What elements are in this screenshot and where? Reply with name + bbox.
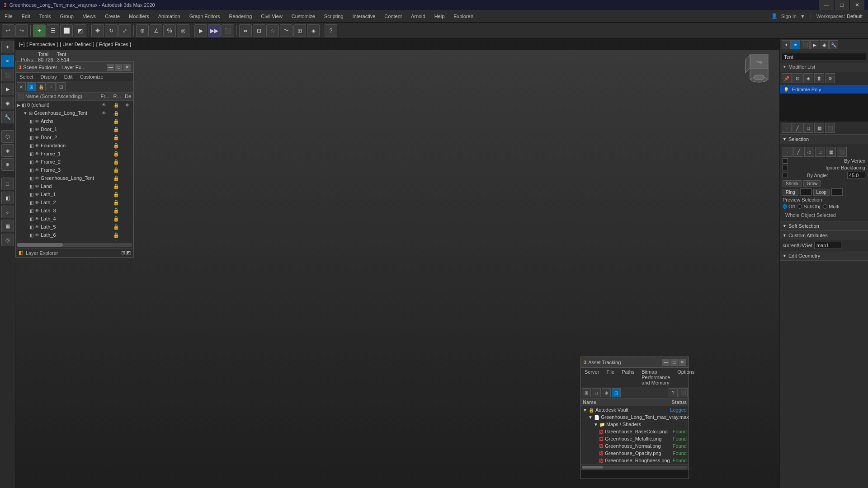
freeze-icon[interactable]: ❄	[125, 103, 129, 108]
active-viewport-button[interactable]: ⬛	[222, 24, 234, 37]
se-sort-icon[interactable]: ⬛	[18, 94, 24, 99]
visibility-icon[interactable]: 👁	[102, 103, 106, 108]
at-restore-button[interactable]: □	[670, 359, 678, 366]
menu-customize[interactable]: Customize	[287, 12, 320, 21]
move-button[interactable]: ✥	[91, 24, 104, 37]
angle-input[interactable]	[847, 172, 865, 179]
vertex-select-button[interactable]: ·	[782, 123, 792, 133]
scroll-thumb[interactable]	[17, 243, 63, 247]
se-lock-button[interactable]: 🔒	[37, 82, 46, 91]
se-menu-edit[interactable]: Edit	[61, 73, 76, 81]
at-expand-button[interactable]: ⬛	[679, 388, 688, 397]
menu-views[interactable]: Views	[78, 12, 100, 21]
modifier-list-header[interactable]: Modifier List	[780, 63, 868, 71]
radio-multi[interactable]: Multi	[823, 204, 839, 209]
rn-icon[interactable]: 🔒	[113, 192, 119, 197]
hierarchy-tab[interactable]: ⬛	[1, 69, 14, 81]
uvset-input[interactable]	[814, 242, 841, 249]
rn-icon[interactable]: 🔒	[113, 118, 119, 124]
se-item-land[interactable]: ◧👁Land 🔒	[16, 182, 133, 190]
visibility-icon[interactable]: 👁	[102, 111, 106, 116]
se-hierarchy-button[interactable]: ⊞	[27, 82, 36, 91]
at-tool-2[interactable]: □	[592, 388, 601, 397]
at-menu-paths[interactable]: Paths	[618, 368, 638, 387]
edge-select-button[interactable]: ╱	[793, 123, 802, 133]
menu-rendering[interactable]: Rendering	[225, 12, 257, 21]
se-item-frame1[interactable]: ◧👁Frame_1 🔒	[16, 150, 133, 158]
select-region-button[interactable]: ⬜	[60, 24, 73, 37]
mirror-button[interactable]: ⇔	[239, 24, 252, 37]
ring-button[interactable]: Ring	[783, 189, 798, 196]
menu-edit[interactable]: Edit	[17, 12, 35, 21]
at-menu-server[interactable]: Server	[581, 368, 603, 387]
asset-tracking-content[interactable]: ▼ 🔒 Autodesk Vault Logged ▼ 📄 Greenhouse…	[581, 406, 689, 464]
scene-explorer-content[interactable]: ▶ ◧ 0 (default) 👁 🔒 ❄ ▼ ⊞ Greenhouse_Lon…	[16, 101, 133, 241]
se-item-foundation[interactable]: ◧👁Foundation 🔒	[16, 141, 133, 150]
undo-button[interactable]: ↩	[2, 24, 14, 37]
se-minimize-button[interactable]: —	[107, 64, 114, 71]
se-delete-button[interactable]: ✕	[17, 82, 26, 91]
object-name-input[interactable]	[782, 53, 866, 61]
ring-value-input[interactable]	[800, 188, 811, 196]
rn-icon[interactable]: 🔒	[113, 143, 119, 148]
se-item-layer-0[interactable]: ▶ ◧ 0 (default) 👁 🔒 ❄	[16, 101, 133, 109]
utils-panel-icon[interactable]: 🔧	[829, 40, 838, 49]
modifier-editable-poly[interactable]: 💡 Editable Poly	[780, 85, 868, 94]
le-icon1[interactable]: ⊞	[121, 250, 125, 256]
se-item-greenhouse-group[interactable]: ▼ ⊞ Greenhouse_Long_Tent 👁 🔒	[16, 109, 133, 117]
rn-icon[interactable]: 🔒	[113, 208, 119, 213]
menu-arnold[interactable]: Arnold	[406, 12, 430, 21]
snap-button[interactable]: ⊕	[136, 24, 149, 37]
radio-subobj[interactable]: SubObj	[797, 204, 820, 209]
se-name-label[interactable]: Name (Sorted Ascending)	[25, 94, 82, 99]
sign-in-area[interactable]: 👤 Sign In ▼	[771, 13, 811, 19]
at-item-roughness[interactable]: 🖼 Greenhouse_Roughness.png Found	[581, 457, 689, 464]
rn-icon[interactable]: 🔒	[113, 232, 119, 238]
scene-explorer-scrollbar[interactable]	[16, 241, 133, 248]
sel-icon-2[interactable]: ╱	[793, 147, 803, 157]
render-setup-button[interactable]: ▶	[194, 24, 207, 37]
se-menu-customize[interactable]: Customize	[76, 73, 107, 81]
se-item-door2[interactable]: ◧👁Door_2 🔒	[16, 133, 133, 141]
menu-create[interactable]: Create	[100, 12, 124, 21]
at-menu-file[interactable]: File	[603, 368, 618, 387]
redo-button[interactable]: ↪	[15, 24, 28, 37]
maximize-button[interactable]: □	[835, 0, 849, 10]
motion-panel-icon[interactable]: ▶	[810, 40, 819, 49]
rn-icon[interactable]: 🔒	[113, 127, 119, 132]
rn-icon[interactable]: 🔒	[113, 167, 119, 173]
window-crossing-button[interactable]: ◩	[74, 24, 86, 37]
scale-button[interactable]: ⤢	[118, 24, 131, 37]
menu-tools[interactable]: Tools	[35, 12, 56, 21]
viewport-type[interactable]: [ Perspective ]	[27, 42, 58, 47]
create-tab[interactable]: ✦	[1, 41, 14, 53]
viewport-shading[interactable]: [ User Defined ]	[60, 42, 94, 47]
se-item-greenhouse-mesh[interactable]: ◧👁Greenhouse_Long_Tent 🔒	[16, 174, 133, 182]
display-panel-icon[interactable]: ◉	[820, 40, 829, 49]
at-item-maps-folder[interactable]: ▼ 📁 Maps / Shaders	[581, 421, 689, 428]
sel-icon-1[interactable]: ·	[783, 147, 793, 157]
named-selection-button[interactable]: ☆	[266, 24, 279, 37]
make-unique-button[interactable]: ◈	[803, 73, 813, 83]
menu-modifiers[interactable]: Modifiers	[124, 12, 154, 21]
show-end-result-button[interactable]: ⊡	[793, 73, 802, 83]
rn-icon[interactable]: 🔒	[113, 151, 119, 156]
schematic-view-button[interactable]: ⊞	[293, 24, 306, 37]
ignore-backfacing-checkbox[interactable]	[783, 165, 788, 170]
se-item-loops[interactable]: ◧👁Loops 🔒	[16, 239, 133, 241]
by-angle-checkbox[interactable]	[783, 173, 788, 178]
by-vertex-checkbox[interactable]	[783, 158, 788, 164]
spinner-snap-button[interactable]: ◎	[177, 24, 189, 37]
se-item-door1[interactable]: ◧👁Door_1 🔒	[16, 125, 133, 133]
modify-panel-icon[interactable]: ✒	[791, 40, 800, 49]
configure-button[interactable]: ⚙	[825, 73, 835, 83]
create-panel-icon[interactable]: ✦	[782, 40, 791, 49]
custom-attributes-header[interactable]: Custom Attributes	[780, 231, 868, 240]
se-item-frame2[interactable]: ◧👁Frame_2 🔒	[16, 158, 133, 166]
render-production-button[interactable]: ▶▶	[208, 24, 221, 37]
percent-snap-button[interactable]: %	[163, 24, 176, 37]
sel-icon-5[interactable]: ▦	[826, 147, 836, 157]
material-editor-button[interactable]: ◈	[307, 24, 320, 37]
minimize-button[interactable]: —	[819, 0, 834, 10]
se-options-button[interactable]: ⊡	[57, 82, 66, 91]
